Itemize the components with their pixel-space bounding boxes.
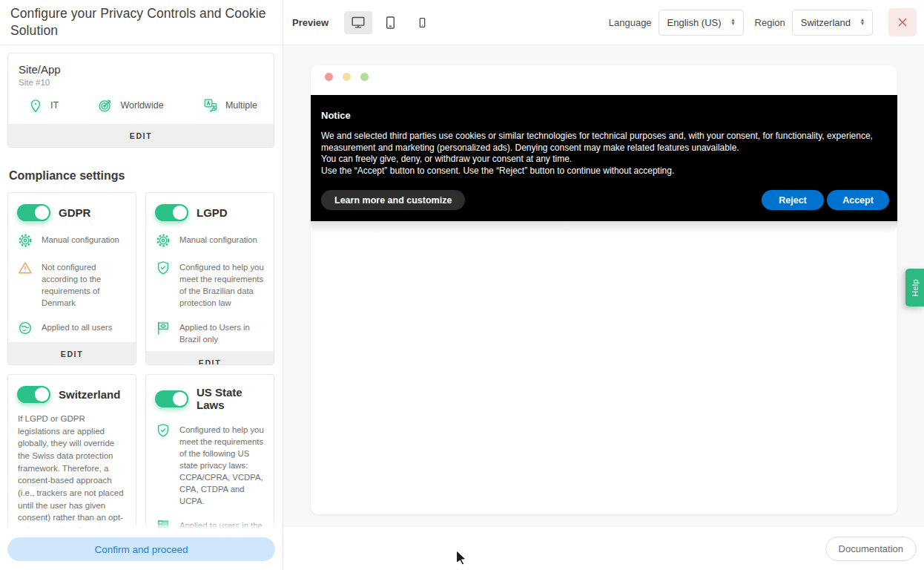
sidebar-footer: Confirm and proceed [0,528,283,570]
gdpr-toggle[interactable] [17,204,50,221]
region-value: Switzerland [801,17,851,28]
tablet-icon [383,15,398,30]
warning-icon [17,260,33,276]
documentation-button[interactable]: Documentation [825,537,917,561]
close-button[interactable] [888,8,917,36]
gdpr-edit-button[interactable]: EDIT [8,342,136,365]
notice-title: Notice [321,110,888,121]
config-sidebar: Configure your Privacy Controls and Cook… [0,0,283,570]
site-audience-attr: Worldwide [97,97,163,114]
shield-check-icon [155,260,171,276]
learn-more-button[interactable]: Learn more and customize [321,190,465,210]
compliance-settings-heading: Compliance settings [9,169,273,183]
location-pin-icon [27,97,44,114]
notice-paragraph: We and selected third parties use cookie… [321,131,888,154]
list-item: Applied to Users in Brazil only [155,320,265,345]
device-tablet-button[interactable] [376,11,404,34]
site-languages-attr: Multiple [202,97,257,114]
close-icon [895,15,910,30]
site-country-attr: IT [27,97,59,114]
updown-arrows-icon: ▴▾ [861,19,864,26]
us-state-laws-card-title: US State Laws [197,386,265,411]
gdpr-card-title: GDPR [59,206,90,219]
sidebar-scroll-area[interactable]: Site/App Site #10 IT [0,46,282,528]
language-label: Language [609,17,652,28]
site-app-title: Site/App [19,63,263,76]
list-item: Configured to help you meet the requirem… [155,260,265,309]
list-item: Configured to help you meet the requirem… [155,422,265,507]
shield-check-icon [155,422,171,439]
traffic-green-dot [360,73,369,81]
site-edit-button[interactable]: EDIT [8,124,274,147]
mobile-icon [415,16,429,30]
site-audience-label: Worldwide [120,100,163,111]
help-tab-label: Help [911,279,920,297]
sidebar-header: Configure your Privacy Controls and Cook… [0,0,283,45]
switzerland-card-title: Switzerland [59,388,120,401]
gear-icon [17,232,33,249]
target-icon [97,97,113,114]
list-item: Applied to all users [17,320,127,336]
site-name: Site #10 [19,78,263,87]
notice-body: We and selected third parties use cookie… [320,131,888,177]
region-select[interactable]: Switzerland ▴▾ [792,10,873,36]
gear-icon [155,232,171,249]
page-title: Configure your Privacy Controls and Cook… [10,5,272,39]
globe-icon [17,320,33,336]
preview-panel: Preview [283,0,924,570]
notice-paragraph: You can freely give, deny, or withdraw y… [321,154,888,166]
languages-icon [202,97,219,114]
preview-label: Preview [292,17,329,28]
desktop-icon [350,14,366,30]
notice-paragraph: Use the “Accept” button to consent. Use … [321,166,888,177]
region-label: Region [755,17,785,28]
traffic-yellow-dot [343,73,351,81]
device-desktop-button[interactable] [344,11,372,34]
lgpd-card: LGPD Manual configuration [145,192,274,365]
list-item: Manual configuration [155,232,265,249]
lgpd-toggle[interactable] [155,204,188,221]
preview-toolbar: Preview [283,0,924,45]
language-value: English (US) [667,17,722,28]
cookie-notice-banner: Notice We and selected third parties use… [311,95,897,221]
site-languages-label: Multiple [225,100,257,111]
list-item: Not configured according to the requirem… [17,260,127,309]
preview-footer: Documentation [283,527,924,570]
flag-eye-icon [155,320,171,336]
browser-mockup: Notice We and selected third parties use… [311,65,897,514]
site-country-label: IT [50,100,59,111]
switzerland-description: If LGPD or GDPR legislations are applied… [8,410,136,528]
confirm-and-proceed-button[interactable]: Confirm and proceed [7,537,275,561]
help-tab[interactable]: Help [905,269,924,307]
lgpd-edit-button[interactable]: EDIT [146,351,274,365]
us-state-laws-toggle[interactable] [155,390,188,407]
banner-drop-shadow [311,221,897,234]
device-mobile-button[interactable] [408,11,436,34]
reject-button[interactable]: Reject [762,190,824,210]
language-select[interactable]: English (US) ▴▾ [659,10,744,36]
switzerland-toggle[interactable] [17,386,50,403]
traffic-red-dot [325,73,333,81]
accept-button[interactable]: Accept [827,190,889,210]
updown-arrows-icon: ▴▾ [732,19,735,26]
gdpr-card: GDPR Manual configuration [7,192,136,365]
preview-canvas: Notice We and selected third parties use… [283,46,924,527]
site-app-card: Site/App Site #10 IT [7,53,274,148]
lgpd-card-title: LGPD [197,206,228,219]
browser-traffic-lights [325,73,369,81]
list-item: Manual configuration [17,232,127,249]
us-state-laws-card: US State Laws Configured to help you mee… [145,374,274,528]
switzerland-card: Switzerland If LGPD or GDPR legislations… [7,374,136,528]
